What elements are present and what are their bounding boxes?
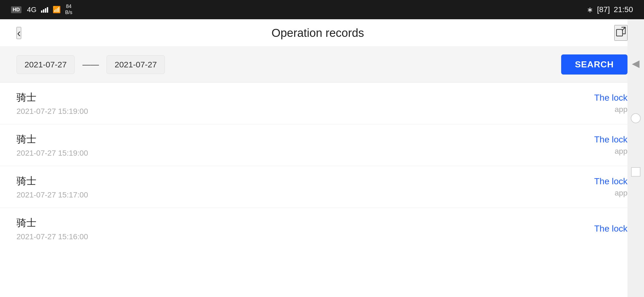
record-left-0: 骑士 2021-07-27 15:19:00	[17, 91, 88, 116]
bluetooth-icon: ∗	[587, 5, 593, 14]
page-title: Operation records	[272, 26, 364, 40]
date-separator: ——	[80, 60, 101, 69]
record-time-0: 2021-07-27 15:19:00	[17, 107, 88, 116]
record-source-2: app	[615, 189, 627, 197]
record-action-2: The lock	[594, 176, 627, 186]
wifi-icon: 📶	[53, 6, 61, 13]
start-date-input[interactable]: 2021-07-27	[17, 55, 75, 74]
side-nav-right: ◀	[627, 19, 644, 297]
record-name-0: 骑士	[17, 91, 88, 104]
record-right-3: The lock	[594, 224, 627, 234]
record-right-0: The lock app	[594, 93, 627, 114]
record-time-1: 2021-07-27 15:19:00	[17, 149, 88, 158]
back-button[interactable]: ‹	[17, 27, 21, 39]
export-button[interactable]	[614, 25, 627, 41]
record-item[interactable]: 骑士 2021-07-27 15:16:00 The lock	[0, 208, 644, 249]
status-right: ∗ [87] 21:50	[587, 5, 633, 14]
nav-arrow-icon: ◀	[632, 58, 640, 69]
record-name-3: 骑士	[17, 216, 88, 230]
record-left-1: 骑士 2021-07-27 15:19:00	[17, 133, 88, 158]
time-display: 21:50	[614, 5, 633, 14]
record-name-1: 骑士	[17, 133, 88, 146]
header: ‹ Operation records	[0, 19, 644, 47]
speed-display: 84B/s	[65, 4, 72, 15]
record-time-3: 2021-07-27 15:16:00	[17, 232, 88, 241]
main-container: ‹ Operation records 2021-07-27 —— 2021-0…	[0, 19, 644, 297]
nav-square	[631, 167, 640, 177]
record-source-1: app	[615, 147, 627, 156]
record-left-2: 骑士 2021-07-27 15:17:00	[17, 174, 88, 199]
status-left: HD 4G 📶 84B/s	[11, 4, 72, 15]
record-item[interactable]: 骑士 2021-07-27 15:19:00 The lock app	[0, 124, 644, 166]
signal-bars	[41, 7, 48, 13]
record-right-1: The lock app	[594, 134, 627, 156]
record-action-3: The lock	[594, 224, 627, 234]
end-date-input[interactable]: 2021-07-27	[107, 55, 165, 74]
filter-bar: 2021-07-27 —— 2021-07-27 SEARCH	[0, 47, 644, 82]
status-bar: HD 4G 📶 84B/s ∗ [87] 21:50	[0, 0, 644, 19]
record-item[interactable]: 骑士 2021-07-27 15:19:00 The lock app	[0, 82, 644, 124]
network-type: 4G	[27, 6, 37, 14]
record-right-2: The lock app	[594, 176, 627, 197]
record-left-3: 骑士 2021-07-27 15:16:00	[17, 216, 88, 241]
record-item[interactable]: 骑士 2021-07-27 15:17:00 The lock app	[0, 166, 644, 208]
battery-display: [87]	[597, 5, 610, 14]
nav-circle	[631, 113, 641, 123]
record-source-0: app	[615, 105, 627, 114]
record-name-2: 骑士	[17, 174, 88, 188]
hd-badge: HD	[11, 6, 21, 13]
search-button[interactable]: SEARCH	[561, 54, 627, 75]
records-list: 骑士 2021-07-27 15:19:00 The lock app 骑士 2…	[0, 82, 644, 297]
record-action-0: The lock	[594, 93, 627, 103]
record-time-2: 2021-07-27 15:17:00	[17, 191, 88, 199]
record-action-1: The lock	[594, 134, 627, 145]
svg-rect-0	[616, 29, 623, 36]
